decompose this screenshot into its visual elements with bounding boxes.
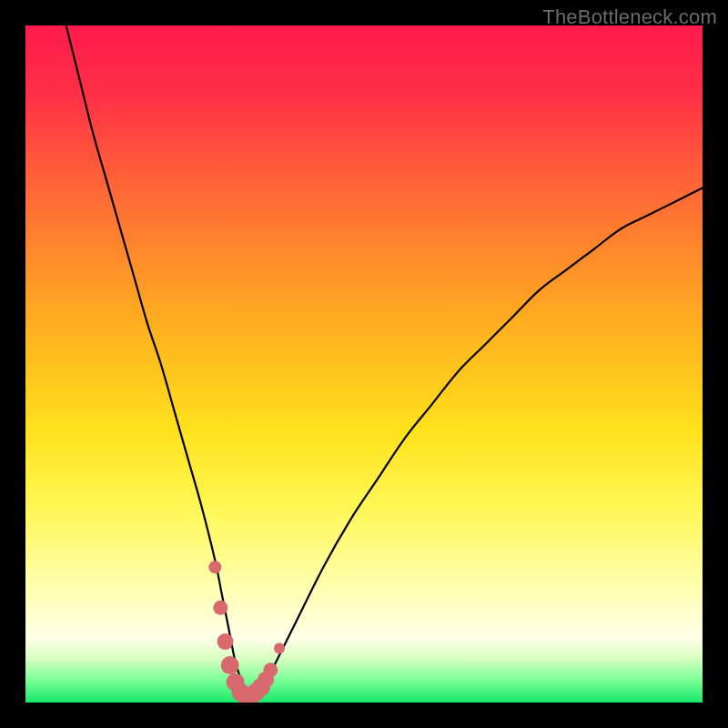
curve-layer — [25, 25, 703, 703]
highlight-dot — [274, 642, 285, 653]
highlight-dot — [208, 561, 221, 573]
chart-frame: TheBottleneck.com — [0, 0, 728, 728]
watermark-label: TheBottleneck.com — [542, 5, 717, 29]
highlight-dot — [213, 601, 228, 615]
highlight-dot — [263, 662, 278, 677]
highlight-dot — [221, 656, 239, 674]
highlight-dot — [217, 633, 233, 650]
plot-area — [25, 25, 703, 703]
bottleneck-curve — [66, 25, 703, 697]
